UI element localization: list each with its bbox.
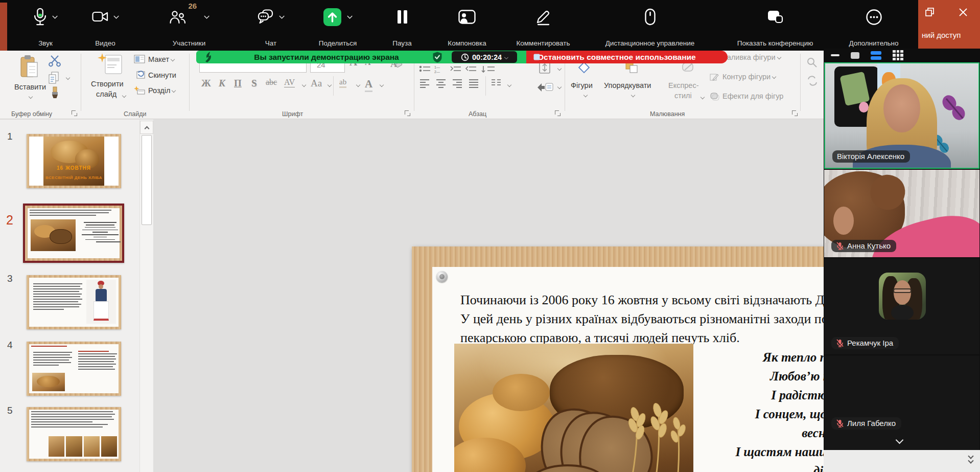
slide-thumbnail-3[interactable] bbox=[27, 275, 121, 329]
chevron-down-icon[interactable] bbox=[557, 66, 562, 71]
restore-window-icon[interactable] bbox=[925, 7, 935, 17]
shared-access-label[interactable]: ний доступ bbox=[922, 31, 961, 39]
strikethrough-button[interactable]: abc bbox=[266, 78, 277, 87]
justify-icon[interactable] bbox=[468, 78, 480, 88]
slide-thumbnail-4[interactable] bbox=[27, 342, 121, 396]
scroll-up-button[interactable] bbox=[140, 121, 153, 134]
ppt-titlebar-corner: ний доступ bbox=[918, 0, 980, 49]
meeting-timer[interactable]: 00:20:24 bbox=[452, 51, 517, 63]
participant-name: Рекамчук Іра bbox=[847, 339, 893, 347]
video-tile-rekamchuk[interactable]: Рекамчук Іра bbox=[824, 258, 979, 354]
bread-photo[interactable] bbox=[454, 344, 693, 472]
shape-outline-icon[interactable] bbox=[709, 72, 719, 81]
toolbar-item-participants[interactable]: 26 Участники bbox=[156, 0, 222, 51]
align-center-icon[interactable] bbox=[435, 78, 448, 88]
chevron-down-icon[interactable] bbox=[507, 83, 511, 87]
toolbar-item-chat[interactable]: Чат bbox=[246, 0, 295, 51]
toolbar-item-video[interactable]: Видео bbox=[77, 0, 134, 51]
slide-thumbnail-1[interactable]: 16 ЖОВТНЯ ВСЕСВІТНІЙ ДЕНЬ ХЛІБА bbox=[27, 134, 121, 188]
chevron-down-icon[interactable] bbox=[52, 13, 58, 19]
highlight-color-button[interactable]: ab bbox=[339, 78, 346, 88]
toolbar-item-annotate[interactable]: Комментировать bbox=[508, 0, 578, 51]
meeting-toolbar: Звук Видео 26 bbox=[0, 0, 980, 51]
underline-button[interactable]: П bbox=[234, 78, 242, 89]
chevron-down-icon[interactable] bbox=[302, 83, 306, 87]
golden-loaf bbox=[493, 374, 550, 412]
convert-smartart-icon[interactable] bbox=[536, 80, 554, 94]
chevron-down-icon[interactable] bbox=[356, 83, 360, 87]
toolbar-item-layout[interactable]: Компоновка bbox=[438, 0, 496, 51]
reset-slide-icon[interactable] bbox=[134, 70, 145, 79]
chevron-down-icon[interactable] bbox=[504, 55, 508, 59]
list-indent-icons[interactable]: 1—2— bbox=[419, 65, 511, 75]
chevron-down-icon[interactable] bbox=[328, 83, 332, 87]
restore-panel-icon[interactable] bbox=[851, 52, 859, 59]
slide-thumbnail-2-selected[interactable] bbox=[23, 204, 124, 263]
toolbar-item-share[interactable]: Поделиться bbox=[307, 0, 369, 51]
video-tile-anna[interactable]: Анна Кутько bbox=[824, 170, 979, 257]
section-icon[interactable] bbox=[134, 85, 145, 95]
shape-effects-button[interactable]: Ефекти для фігур bbox=[722, 92, 783, 100]
change-case-button[interactable]: Aa bbox=[311, 78, 322, 89]
speaker-view-icon[interactable] bbox=[871, 51, 881, 60]
font-color-button[interactable]: A bbox=[365, 78, 372, 92]
video-tile-lilya[interactable]: Лиля Габелко bbox=[824, 355, 979, 450]
section-label: Розділ bbox=[148, 86, 170, 95]
italic-button[interactable]: К bbox=[219, 78, 225, 89]
paste-button[interactable]: Вставити bbox=[11, 53, 47, 104]
chevron-down-icon[interactable] bbox=[557, 85, 562, 89]
chevron-down-icon bbox=[631, 93, 635, 97]
toolbar-item-show-conference[interactable]: Показать конференцию bbox=[727, 0, 824, 51]
character-spacing-button[interactable]: AV bbox=[284, 78, 295, 87]
new-slide-button[interactable]: Створити слайд bbox=[87, 53, 134, 77]
toolbar-item-remote-control[interactable]: Дистанционное управление bbox=[594, 0, 706, 51]
folk-face bbox=[99, 284, 103, 289]
layout-button[interactable]: Макет bbox=[148, 55, 174, 63]
font-dialog-launcher[interactable] bbox=[405, 110, 410, 116]
toolbar-item-more[interactable]: Дополнительно bbox=[842, 0, 905, 51]
shape-effects-icon[interactable] bbox=[709, 92, 719, 101]
chevron-down-icon[interactable] bbox=[113, 13, 119, 19]
video-tile-viktoriia[interactable]: Вікторія Алексенко bbox=[824, 62, 979, 169]
replace-icon[interactable] bbox=[806, 75, 819, 86]
participant-name-tag: Анна Кутько bbox=[831, 240, 896, 252]
cut-icon[interactable] bbox=[48, 55, 61, 67]
section-button[interactable]: Розділ bbox=[148, 86, 175, 95]
quick-styles-label-1: Експрес- bbox=[668, 81, 699, 89]
find-icon[interactable] bbox=[806, 57, 819, 68]
next-slide-button[interactable] bbox=[969, 454, 973, 463]
toolbar-item-audio[interactable]: Звук bbox=[17, 0, 74, 51]
gallery-view-icon[interactable] bbox=[893, 50, 903, 61]
chevron-down-icon bbox=[896, 436, 904, 444]
shape-fill-button[interactable]: Заливка фігури bbox=[722, 53, 781, 61]
columns-icon[interactable] bbox=[491, 78, 503, 88]
close-window-icon[interactable] bbox=[958, 7, 968, 17]
chevron-down-icon[interactable] bbox=[66, 76, 70, 80]
clipboard-dialog-launcher[interactable] bbox=[72, 110, 77, 116]
security-shield-icon bbox=[432, 52, 442, 63]
scrollbar-thumb[interactable] bbox=[142, 135, 152, 225]
layout-slide-icon[interactable] bbox=[134, 55, 145, 63]
align-right-icon[interactable] bbox=[452, 78, 464, 88]
drawing-dialog-launcher[interactable] bbox=[792, 110, 798, 116]
reset-label: Скинути bbox=[148, 71, 176, 79]
paragraph-dialog-launcher[interactable] bbox=[555, 110, 561, 116]
shape-outline-button[interactable]: Контур фігури bbox=[722, 73, 776, 81]
reset-button[interactable]: Скинути bbox=[148, 71, 176, 79]
chevron-down-icon[interactable] bbox=[380, 83, 384, 87]
format-painter-icon[interactable] bbox=[48, 86, 61, 100]
bold-button[interactable]: Ж bbox=[201, 78, 211, 89]
align-left-icon[interactable] bbox=[419, 78, 431, 88]
toolbar-item-pause[interactable]: Пауза bbox=[381, 0, 424, 51]
thumbnail-scrollbar[interactable] bbox=[139, 120, 153, 472]
chevron-down-icon[interactable] bbox=[203, 13, 209, 19]
chevron-down-icon[interactable] bbox=[347, 13, 353, 19]
butterfly-decal bbox=[941, 95, 968, 123]
more-participants-button[interactable] bbox=[897, 436, 902, 445]
slide-thumbnail-5[interactable] bbox=[27, 407, 121, 461]
minimize-panel-icon[interactable] bbox=[831, 54, 839, 56]
stop-sharing-button[interactable]: Остановить совместное использование bbox=[526, 51, 728, 63]
chevron-down-icon[interactable] bbox=[278, 13, 284, 19]
text-shadow-button[interactable]: S bbox=[251, 78, 257, 89]
copy-icon[interactable] bbox=[47, 71, 60, 84]
